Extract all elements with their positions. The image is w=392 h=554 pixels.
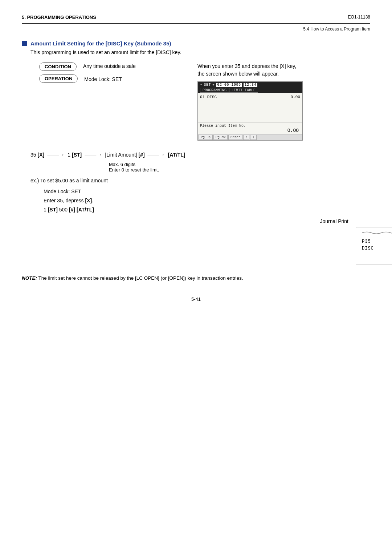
left-column: CONDITION Any time outside a sale OPERAT…: [30, 62, 197, 141]
sub-section-header: 5.4 How to Access a Program Item: [22, 27, 370, 32]
journal-disc: DISC: [362, 245, 374, 252]
lcd-row2: PROGRAMMING LIMIT TABLE: [198, 88, 302, 93]
flow-note-1: Max. 6 digits: [109, 162, 370, 167]
lcd-btn-pgdw[interactable]: Pg dw: [213, 135, 228, 140]
lcd-btn-up[interactable]: ↑: [243, 135, 249, 140]
flow-arrow-3: ——→: [148, 151, 165, 158]
flow-arrow-2: ——→: [85, 151, 102, 158]
section-title-header: 5. PROGRAMMING OPERATIONS: [22, 15, 96, 20]
lcd-tab-programming: PROGRAMMING: [200, 88, 229, 93]
lcd-item-line: 01 DISC 0.00: [200, 94, 300, 100]
lcd-body: 01 DISC 0.00: [198, 93, 302, 122]
lcd-tab-limit: LIMIT TABLE: [229, 88, 258, 93]
two-column-layout: CONDITION Any time outside a sale OPERAT…: [30, 62, 370, 141]
flow-arrow-1: ——→: [47, 151, 65, 158]
lcd-row1: • SET ★ 02-06-1999 12:34: [198, 82, 302, 88]
journal-container: P35 LIMIT TABLE DISC 5.00 0067 18:39TM: [189, 227, 305, 265]
blue-square-icon: [22, 41, 27, 46]
journal-line1: P35 LIMIT TABLE: [362, 238, 392, 245]
flow-st-key: [ST]: [72, 152, 82, 158]
flow-diagram: 35 [X] ——→ 1 [ST] ——→ |Limit Amount| [#]…: [30, 151, 370, 158]
condition-label: CONDITION: [39, 62, 77, 71]
note-area: NOTE: The limit set here cannot be relea…: [22, 275, 370, 282]
operation-row: OPERATION Mode Lock: SET: [39, 74, 197, 83]
section-heading-text: Amount Limit Setting for the [DISC] Key …: [30, 40, 171, 46]
lcd-please-text: Please input Item No.: [200, 124, 300, 128]
right-col-description: When you enter 35 and depress the [X] ke…: [197, 62, 370, 78]
doc-id: EO1-11138: [348, 15, 370, 20]
condition-text: Any time outside a sale: [83, 62, 136, 69]
flow-limit-amount: |Limit Amount|: [105, 152, 137, 158]
flow-35: 35: [30, 152, 36, 158]
example-step1: Mode Lock: SET: [44, 187, 370, 196]
lcd-date: 02-06-1999: [216, 83, 242, 87]
flow-1: 1: [68, 152, 70, 158]
operation-label: OPERATION: [39, 74, 78, 83]
lcd-buttons-row: Pg up Pg dw Enter ↑ ↓: [198, 134, 302, 140]
journal-print: P35 LIMIT TABLE DISC 5.00 0067 18:39TM: [356, 227, 392, 265]
journal-p35: P35: [362, 238, 371, 245]
journal-label: Journal Print: [22, 218, 348, 224]
note-text: The limit set here cannot be released by…: [38, 275, 243, 281]
lcd-btn-down[interactable]: ↓: [250, 135, 256, 140]
page-number: 5-41: [22, 296, 370, 302]
flow-note-2: Enter 0 to reset the limt.: [109, 167, 370, 173]
flow-notes: Max. 6 digits Enter 0 to reset the limt.: [109, 162, 370, 173]
journal-line3: 0067 18:39TM: [362, 252, 392, 259]
condition-row: CONDITION Any time outside a sale: [39, 62, 197, 71]
example-step3: 1 [ST] 500 [#] [AT/TL]: [44, 205, 370, 214]
flow-hash-key: [#]: [138, 152, 144, 158]
lcd-dot: •: [200, 83, 203, 87]
flow-attl-key: [AT/TL]: [168, 152, 185, 158]
lcd-item-name: 01 DISC: [200, 94, 217, 100]
example-section: ex.) To set $5.00 as a limit amount: [30, 178, 370, 183]
flow-x-key: [X]: [38, 152, 45, 158]
section-heading: Amount Limit Setting for the [DISC] Key …: [22, 40, 370, 46]
lcd-btn-pgup[interactable]: Pg up: [199, 135, 213, 140]
lcd-amount: O.OO: [200, 128, 300, 133]
lcd-screen: • SET ★ 02-06-1999 12:34 PROGRAMMING LIM…: [197, 81, 303, 141]
lcd-bottom: Please input Item No. O.OO: [198, 122, 302, 134]
lcd-btn-enter[interactable]: Enter: [228, 135, 242, 140]
example-intro: ex.) To set $5.00 as a limit amount: [30, 178, 370, 183]
note-label: NOTE:: [22, 275, 37, 281]
section-description: This programming is used to set an amoun…: [30, 49, 370, 55]
operation-text: Mode Lock: SET: [84, 76, 122, 82]
lcd-item-value: 0.00: [291, 94, 300, 100]
journal-wavy-top-icon: [362, 231, 392, 235]
example-steps: Mode Lock: SET Enter 35, depress [X]. 1 …: [44, 187, 370, 215]
lcd-time: 12:34: [244, 83, 258, 87]
journal-line2: DISC 5.00: [362, 245, 392, 252]
page-header: 5. PROGRAMMING OPERATIONS EO1-11138: [22, 15, 370, 24]
page: 5. PROGRAMMING OPERATIONS EO1-11138 5.4 …: [0, 0, 392, 554]
example-step2: Enter 35, depress [X].: [44, 196, 370, 205]
right-column: When you enter 35 and depress the [X] ke…: [197, 62, 370, 141]
